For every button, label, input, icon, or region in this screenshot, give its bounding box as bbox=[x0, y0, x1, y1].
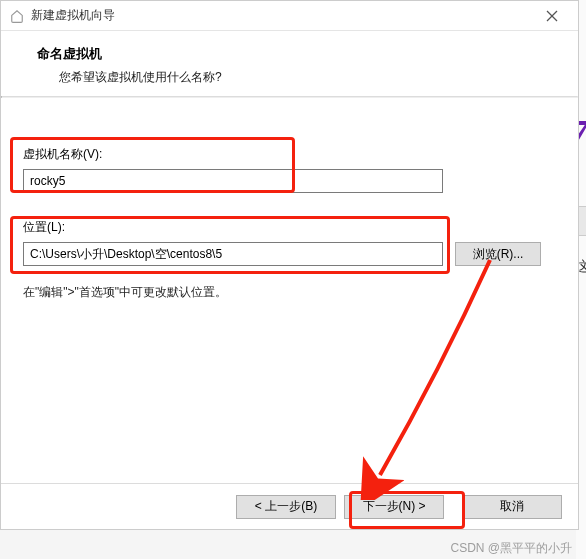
cancel-button[interactable]: 取消 bbox=[462, 495, 562, 519]
wizard-dialog: 新建虚拟机向导 命名虚拟机 您希望该虚拟机使用什么名称? 虚拟机名称(V): 位… bbox=[0, 0, 579, 530]
location-input[interactable] bbox=[23, 242, 443, 266]
close-button[interactable] bbox=[532, 2, 572, 30]
watermark: CSDN @黑平平的小升 bbox=[450, 540, 572, 557]
wizard-footer: < 上一步(B) 下一步(N) > 取消 bbox=[1, 483, 578, 529]
titlebar: 新建虚拟机向导 bbox=[1, 1, 578, 31]
next-button[interactable]: 下一步(N) > bbox=[344, 495, 444, 519]
page-title: 命名虚拟机 bbox=[37, 45, 558, 63]
wizard-header: 命名虚拟机 您希望该虚拟机使用什么名称? bbox=[1, 31, 578, 96]
page-subtitle: 您希望该虚拟机使用什么名称? bbox=[59, 69, 558, 86]
window-title: 新建虚拟机向导 bbox=[31, 7, 115, 24]
browse-button[interactable]: 浏览(R)... bbox=[455, 242, 541, 266]
wizard-body: 虚拟机名称(V): 位置(L): 浏览(R)... 在"编辑">"首选项"中可更… bbox=[1, 98, 578, 301]
home-icon bbox=[9, 8, 25, 24]
vm-name-input[interactable] bbox=[23, 169, 443, 193]
hint-text: 在"编辑">"首选项"中可更改默认位置。 bbox=[23, 284, 556, 301]
back-button[interactable]: < 上一步(B) bbox=[236, 495, 336, 519]
vm-name-label: 虚拟机名称(V): bbox=[23, 146, 556, 163]
location-label: 位置(L): bbox=[23, 219, 556, 236]
